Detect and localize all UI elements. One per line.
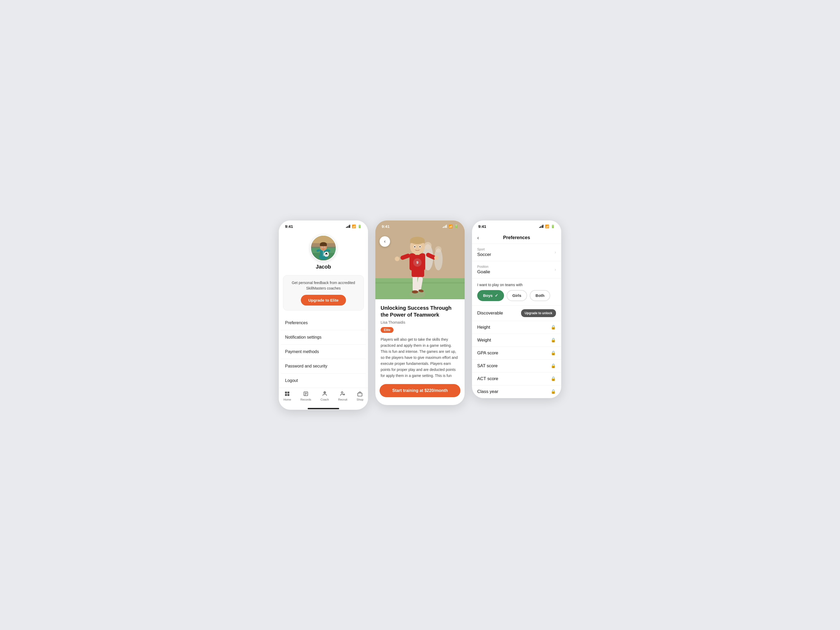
article-back-button[interactable]: ‹ [380,236,390,247]
gpa-label: GPA score [477,351,498,356]
bottom-nav: Home Records [279,388,368,406]
article-body: Players will also get to take the skills… [381,336,459,379]
act-row[interactable]: ACT score 🔒 [472,373,561,385]
locked-fields-list: Height 🔒 Weight 🔒 GPA score 🔒 SAT score … [472,321,561,398]
nav-label-home: Home [284,398,291,401]
position-value: Goalie [477,269,490,275]
team-preference-section: I want to play on teams with Boys ✓ Girl… [472,278,561,306]
screens-container: 9:41 📶 🔋 [279,221,561,410]
shop-icon [357,391,363,397]
nav-item-recruit[interactable]: Recruit [338,391,347,401]
height-lock-icon: 🔒 [551,325,556,330]
svg-text:9: 9 [416,261,418,265]
status-bar-3: 9:41 📶 🔋 [472,221,561,231]
upgrade-unlock-button[interactable]: Upgrade to unlock [521,309,556,317]
sat-lock-icon: 🔒 [551,363,556,368]
article-hero: 9:41 📶 🔋 ‹ [375,221,465,299]
svg-rect-20 [285,392,287,393]
team-preference-label: I want to play on teams with [477,283,556,287]
menu-list: Preferences Notification settings Paymen… [279,316,368,388]
nav-item-home[interactable]: Home [284,391,291,401]
status-time-2: 9:41 [382,224,390,229]
boys-checkmark-icon: ✓ [495,293,498,298]
article-author: Lisa Thomaidis [381,320,459,324]
avatar-image [311,236,336,261]
team-btn-boys[interactable]: Boys ✓ [477,290,504,301]
sport-chevron-icon: › [555,250,556,255]
act-lock-icon: 🔒 [551,376,556,381]
class-year-label: Class year [477,389,498,394]
svg-point-13 [324,247,325,248]
position-chevron-icon: › [555,267,556,272]
status-icons-3: 📶 🔋 [539,224,555,228]
elite-badge: Elite [381,327,393,333]
battery-icon-3: 🔋 [551,224,555,228]
status-bar-1: 9:41 📶 🔋 [279,221,368,231]
svg-rect-23 [287,394,289,396]
preferences-back-button[interactable]: ‹ [477,235,479,241]
act-label: ACT score [477,376,498,381]
status-icons-1: 📶 🔋 [346,224,362,228]
article-title: Unlocking Success Through the Power of T… [381,305,459,318]
discoverable-label: Discoverable [477,311,503,316]
team-btn-both[interactable]: Both [530,290,550,301]
article-hero-image: 9 [375,221,465,299]
height-row[interactable]: Height 🔒 [472,321,561,334]
sport-label: Sport [477,248,491,251]
status-time-3: 9:41 [478,224,486,229]
position-label: Position [477,265,490,268]
status-time-1: 9:41 [285,224,293,229]
weight-lock-icon: 🔒 [551,338,556,343]
phone-profile: 9:41 📶 🔋 [279,221,368,410]
team-buttons-group: Boys ✓ Girls Both [477,290,556,301]
menu-item-payment[interactable]: Payment methods [281,345,366,359]
home-indicator-1 [279,406,368,410]
wifi-icon-1: 📶 [352,224,356,228]
position-row[interactable]: Position Goalie › [472,261,561,278]
nav-label-records: Records [300,398,311,401]
cta-button[interactable]: Start training at $220/month [380,384,460,397]
gpa-row[interactable]: GPA score 🔒 [472,347,561,360]
sport-content: Sport Soccer [477,248,491,257]
avatar [310,235,336,261]
menu-item-password[interactable]: Password and security [281,359,366,374]
wifi-icon-2: 📶 [448,224,453,228]
recruit-icon [339,391,346,397]
nav-item-records[interactable]: Records [300,391,311,401]
upgrade-card-text: Get personal feedback from accredited Sk… [289,280,358,291]
nav-label-recruit: Recruit [338,398,347,401]
sport-row[interactable]: Sport Soccer › [472,244,561,261]
svg-point-29 [324,392,325,393]
profile-section: Jacob [279,231,368,275]
nav-item-coach[interactable]: Coach [321,391,329,401]
weight-row[interactable]: Weight 🔒 [472,334,561,347]
menu-item-preferences[interactable]: Preferences [281,316,366,330]
position-content: Position Goalie [477,265,490,275]
svg-rect-22 [285,394,287,396]
team-btn-girls[interactable]: Girls [507,290,527,301]
signal-icon-2 [442,225,447,228]
menu-item-notifications[interactable]: Notification settings [281,330,366,345]
svg-point-44 [412,291,418,294]
upgrade-to-elite-button[interactable]: Upgrade to Elite [301,295,346,306]
svg-rect-33 [358,393,362,396]
wifi-icon-3: 📶 [545,224,549,228]
svg-rect-9 [320,244,327,246]
svg-point-61 [420,246,421,247]
upgrade-card: Get personal feedback from accredited Sk… [283,275,364,311]
nav-item-shop[interactable]: Shop [357,391,363,401]
home-icon [284,391,291,397]
svg-point-12 [322,247,322,248]
svg-point-60 [414,246,415,247]
svg-point-38 [435,246,442,253]
signal-icon-3 [539,225,544,228]
height-label: Height [477,325,490,330]
sport-value: Soccer [477,252,491,257]
sat-row[interactable]: SAT score 🔒 [472,360,561,373]
class-year-row[interactable]: Class year 🔒 [472,385,561,398]
menu-item-logout[interactable]: Logout [281,374,366,388]
class-year-lock-icon: 🔒 [551,389,556,394]
battery-icon-2: 🔋 [454,224,458,228]
preferences-header: ‹ Preferences [472,231,561,244]
phone-article: 9:41 📶 🔋 ‹ [375,221,465,405]
